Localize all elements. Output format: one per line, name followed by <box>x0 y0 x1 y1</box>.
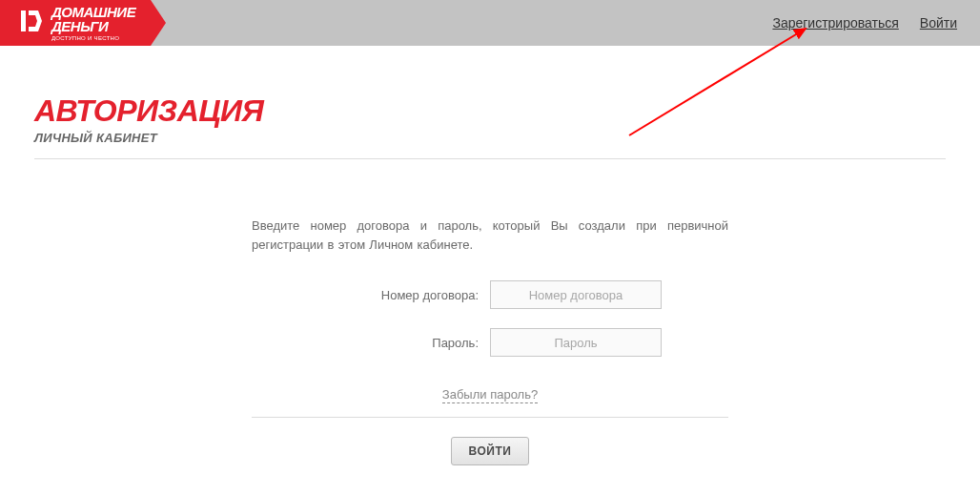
contract-label: Номер договора: <box>318 288 490 302</box>
submit-button[interactable]: ВОЙТИ <box>451 437 530 465</box>
login-form: Введите номер договора и пароль, который… <box>252 217 728 465</box>
submit-row: ВОЙТИ <box>252 437 728 465</box>
content: АВТОРИЗАЦИЯ ЛИЧНЫЙ КАБИНЕТ Введите номер… <box>0 46 980 465</box>
header-links: Зарегистрироваться Войти <box>772 0 957 46</box>
title-divider <box>34 158 946 159</box>
contract-input[interactable] <box>490 280 662 309</box>
register-link[interactable]: Зарегистрироваться <box>772 15 898 31</box>
brand-mark-icon <box>19 7 44 39</box>
logo[interactable]: ДОМАШНИЕ ДЕНЬГИ ДОСТУПНО И ЧЕСТНО <box>0 0 151 46</box>
logo-tagline: ДОСТУПНО И ЧЕСТНО <box>51 35 135 41</box>
page-title: АВТОРИЗАЦИЯ <box>34 93 946 129</box>
form-instruction: Введите номер договора и пароль, который… <box>252 217 728 254</box>
forgot-row: Забыли пароль? <box>252 385 728 403</box>
contract-row: Номер договора: <box>252 280 728 309</box>
header-bar: ДОМАШНИЕ ДЕНЬГИ ДОСТУПНО И ЧЕСТНО Зареги… <box>0 0 980 46</box>
page-subtitle: ЛИЧНЫЙ КАБИНЕТ <box>34 131 946 145</box>
forgot-password-link[interactable]: Забыли пароль? <box>442 387 538 403</box>
logo-line2: ДЕНЬГИ <box>51 19 135 33</box>
svg-rect-0 <box>21 10 26 31</box>
password-input[interactable] <box>490 328 662 357</box>
password-row: Пароль: <box>252 328 728 357</box>
password-label: Пароль: <box>318 336 490 350</box>
logo-line1: ДОМАШНИЕ <box>51 5 135 19</box>
form-divider <box>252 417 728 418</box>
login-link[interactable]: Войти <box>920 15 957 31</box>
logo-text: ДОМАШНИЕ ДЕНЬГИ ДОСТУПНО И ЧЕСТНО <box>51 5 135 41</box>
